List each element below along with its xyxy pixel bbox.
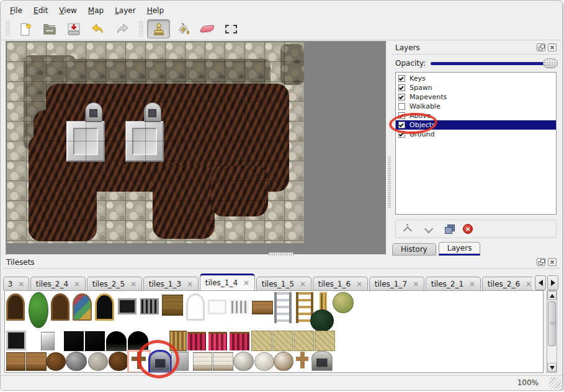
layer-row-objects[interactable]: Objects xyxy=(396,120,556,130)
tile-plant-sprout[interactable] xyxy=(333,292,354,313)
tile-curtains-red[interactable] xyxy=(208,332,227,350)
layer-row-above[interactable]: Above xyxy=(396,111,556,120)
tile-window-barred[interactable] xyxy=(140,298,159,314)
scroll-up-button[interactable] xyxy=(547,291,557,300)
tile-floor-tan-1[interactable] xyxy=(251,331,272,351)
layer-row-keys[interactable]: Keys xyxy=(396,74,556,83)
layer-list[interactable]: KeysSpawnMapeventsWalkableAboveObjectsGr… xyxy=(395,72,557,215)
menu-edit[interactable]: Edit xyxy=(28,4,53,17)
tile-window-brown-arch[interactable] xyxy=(6,293,25,321)
tabs-scroll-left-button[interactable] xyxy=(535,275,546,290)
tile-window-small[interactable] xyxy=(118,298,137,314)
close-tab-icon[interactable]: × xyxy=(243,279,249,287)
close-tab-icon[interactable]: × xyxy=(356,280,362,288)
tileset-tab-tiles_1_7[interactable]: tiles_1_7× xyxy=(369,277,424,290)
tile-cave-opening-1[interactable] xyxy=(106,331,127,351)
new-file-button[interactable] xyxy=(14,19,37,38)
opacity-slider-handle[interactable] xyxy=(543,58,558,68)
save-button[interactable] xyxy=(62,19,85,38)
menu-view[interactable]: View xyxy=(53,4,82,17)
tile-arch-white[interactable] xyxy=(186,293,205,321)
tileset-tab-tiles_1_3[interactable]: tiles_1_3× xyxy=(143,277,199,290)
duplicate-layer-button[interactable] xyxy=(443,224,455,234)
menu-file[interactable]: File xyxy=(4,4,28,17)
layer-row-walkable[interactable]: Walkable xyxy=(396,102,556,111)
tile-door-light[interactable] xyxy=(41,332,55,350)
close-tab-icon[interactable]: × xyxy=(130,280,137,288)
tile-curtain-window-red-2[interactable] xyxy=(230,332,249,350)
close-tab-icon[interactable]: × xyxy=(526,280,532,288)
layer-row-mapevents[interactable]: Mapevents xyxy=(396,92,556,102)
undo-button[interactable] xyxy=(86,19,109,38)
map-canvas[interactable] xyxy=(6,42,304,243)
tileset-tab-3[interactable]: 3× xyxy=(3,277,29,290)
tabs-scroll-right-button[interactable] xyxy=(547,275,558,290)
tile-stone-block[interactable] xyxy=(171,352,189,371)
layer-visibility-checkbox[interactable] xyxy=(398,94,405,100)
menu-layer[interactable]: Layer xyxy=(109,4,141,17)
tile-black-tile-1[interactable] xyxy=(64,331,84,351)
layer-visibility-checkbox[interactable] xyxy=(398,75,405,82)
tileset-content[interactable] xyxy=(4,290,544,373)
move-layer-down-button[interactable] xyxy=(422,223,436,235)
toolbar-grip[interactable] xyxy=(6,21,10,37)
tile-bush-flowers[interactable] xyxy=(29,292,48,328)
tile-stove-metal[interactable] xyxy=(6,331,26,350)
stamp-tool-button[interactable] xyxy=(147,19,170,38)
tile-floor-tan-3[interactable] xyxy=(293,331,314,351)
tile-barrel[interactable] xyxy=(109,352,129,371)
tileset-tab-tiles_2_5[interactable]: tiles_2_5× xyxy=(87,277,142,290)
close-tab-icon[interactable]: × xyxy=(74,280,80,288)
tile-ladder-metal[interactable] xyxy=(274,292,292,323)
opacity-slider[interactable] xyxy=(431,62,557,65)
close-tab-icon[interactable]: × xyxy=(187,280,193,288)
close-tab-icon[interactable]: × xyxy=(469,280,475,288)
tileset-tab-tiles_2_1[interactable]: tiles_2_1× xyxy=(426,277,481,290)
tile-floor-tan-4[interactable] xyxy=(315,331,335,351)
layer-visibility-checkbox[interactable] xyxy=(398,122,405,128)
tileset-tab-tiles_1_4[interactable]: tiles_1_4× xyxy=(200,274,255,290)
close-panel-icon[interactable]: × xyxy=(548,43,557,51)
layer-visibility-checkbox[interactable] xyxy=(398,84,405,91)
tileset-tab-tiles_1_5[interactable]: tiles_1_5× xyxy=(256,277,311,290)
resize-grip[interactable] xyxy=(549,377,561,389)
horizontal-splitter-grip[interactable] xyxy=(269,252,293,256)
tile-tombstone[interactable] xyxy=(150,352,170,372)
float-panel-icon[interactable] xyxy=(537,43,545,51)
close-tab-icon[interactable]: × xyxy=(300,280,306,288)
tileset-scrollbar[interactable] xyxy=(547,290,557,373)
tile-cross-snowy[interactable] xyxy=(293,352,311,371)
move-layer-up-button[interactable] xyxy=(401,223,414,235)
tileset-tab-tiles_2_4[interactable]: tiles_2_4× xyxy=(30,277,86,290)
tile-window-frame-wood[interactable] xyxy=(169,331,187,351)
map-view[interactable] xyxy=(6,41,387,255)
tileset-tab-tiles_1_6[interactable]: tiles_1_6× xyxy=(313,277,368,290)
menu-help[interactable]: Help xyxy=(141,4,169,17)
tile-window-shutters[interactable] xyxy=(51,293,69,321)
tile-cave-opening-2[interactable] xyxy=(128,331,148,351)
tile-sign-snowy[interactable] xyxy=(193,352,212,371)
panel-tab-layers[interactable]: Layers xyxy=(439,242,481,256)
tile-table-wood[interactable] xyxy=(252,301,273,314)
tile-window-stained-glass[interactable] xyxy=(73,293,92,321)
open-button[interactable] xyxy=(38,19,61,38)
layer-visibility-checkbox[interactable] xyxy=(398,103,405,110)
tile-well-snowy[interactable] xyxy=(233,352,254,371)
tile-sign-wood[interactable] xyxy=(6,352,25,371)
scrollbar-thumb[interactable] xyxy=(548,301,556,346)
panel-tab-history[interactable]: History xyxy=(392,243,436,256)
layer-visibility-checkbox[interactable] xyxy=(398,112,405,119)
tile-basket-sticks[interactable] xyxy=(46,352,66,371)
tile-window-white-barred[interactable] xyxy=(230,300,249,314)
tile-window-dark-arch[interactable] xyxy=(95,293,114,321)
tile-bench-wood[interactable] xyxy=(26,352,47,371)
toolbar-grip[interactable] xyxy=(139,21,143,37)
tile-rock-pile-snowy[interactable] xyxy=(254,352,274,371)
tile-grave-cross[interactable] xyxy=(129,352,149,372)
tile-rock-pile[interactable] xyxy=(88,352,108,371)
close-tab-icon[interactable]: × xyxy=(413,280,419,288)
menu-map[interactable]: Map xyxy=(83,4,109,17)
fill-tool-button[interactable] xyxy=(171,19,194,38)
close-panel-icon[interactable]: × xyxy=(548,258,557,266)
layer-visibility-checkbox[interactable] xyxy=(398,131,405,138)
